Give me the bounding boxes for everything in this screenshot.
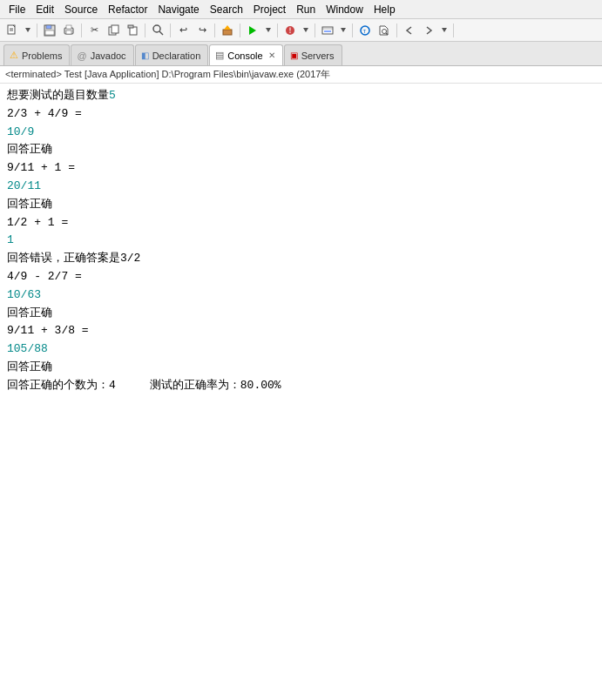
console-line-7: 回答正确 bbox=[7, 196, 595, 214]
console-line-8: 1/2 + 1 = bbox=[7, 214, 595, 232]
console-line-5: 9/11 + 1 = bbox=[7, 159, 595, 178]
toolbar-run-dropdown[interactable] bbox=[263, 22, 274, 39]
toolbar-sep-3 bbox=[145, 24, 145, 37]
toolbar-sep-1 bbox=[37, 24, 37, 37]
toolbar-sep-11 bbox=[453, 24, 454, 37]
console-text-1a: 想要测试的题目数量 bbox=[7, 89, 109, 102]
svg-marker-23 bbox=[303, 28, 308, 32]
toolbar-sep-8 bbox=[315, 24, 315, 37]
menu-file[interactable]: File bbox=[3, 2, 30, 17]
svg-rect-8 bbox=[66, 30, 71, 34]
toolbar-sep-5 bbox=[214, 24, 215, 37]
svg-rect-22 bbox=[290, 31, 291, 33]
tab-problems[interactable]: ⚠ Problems bbox=[3, 44, 70, 65]
menu-refactor[interactable]: Refactor bbox=[103, 2, 152, 17]
toolbar-build-btn[interactable] bbox=[219, 22, 236, 39]
toolbar-search-btn[interactable] bbox=[149, 22, 166, 39]
console-text-4: 回答正确 bbox=[7, 143, 52, 156]
svg-rect-21 bbox=[290, 27, 291, 30]
svg-marker-17 bbox=[224, 25, 231, 30]
console-text-17: 回答正确的个数为：4 测试的正确率为：80.00% bbox=[7, 379, 281, 392]
toolbar-sep-2 bbox=[81, 24, 82, 37]
console-text-3: 10/9 bbox=[7, 125, 34, 138]
toolbar-print-btn[interactable] bbox=[60, 22, 78, 39]
tab-console-close-icon[interactable]: ✕ bbox=[268, 50, 275, 60]
pathbar-text: <terminated> Test [Java Application] D:\… bbox=[5, 69, 330, 79]
toolbar-sep-4 bbox=[170, 24, 171, 37]
console-text-2: 2/3 + 4/9 = bbox=[7, 107, 82, 120]
toolbar-debug-dropdown[interactable] bbox=[301, 22, 311, 39]
tab-console[interactable]: ▤ Console ✕ bbox=[209, 44, 282, 65]
toolbar-copy-btn[interactable] bbox=[105, 22, 122, 39]
toolbar-sep-6 bbox=[240, 24, 240, 37]
toolbar-redo-btn[interactable]: ↪ bbox=[193, 22, 211, 39]
main-container: File Edit Source Refactor Navigate Searc… bbox=[0, 0, 602, 700]
console-text-14: 9/11 + 3/8 = bbox=[7, 324, 89, 337]
svg-rect-26 bbox=[324, 30, 331, 32]
menu-edit[interactable]: Edit bbox=[30, 2, 59, 17]
toolbar-new-btn[interactable] bbox=[3, 22, 21, 39]
console-line-15: 105/88 bbox=[7, 340, 595, 359]
console-line-9: 1 bbox=[7, 232, 595, 250]
toolbar-prev-edit-btn[interactable] bbox=[401, 22, 418, 39]
console-line-4: 回答正确 bbox=[7, 141, 595, 159]
toolbar-save-btn[interactable] bbox=[41, 22, 58, 39]
tab-javadoc[interactable]: @ Javadoc bbox=[71, 44, 133, 65]
toolbar-open-resource-btn[interactable] bbox=[375, 22, 393, 39]
toolbar-nav-dropdown[interactable] bbox=[439, 22, 450, 39]
console-text-9: 1 bbox=[7, 233, 14, 246]
svg-rect-13 bbox=[128, 25, 133, 28]
tab-problems-icon: ⚠ bbox=[10, 50, 18, 61]
toolbar-undo-btn[interactable]: ↩ bbox=[174, 22, 192, 39]
console-text-6: 20/11 bbox=[7, 179, 41, 192]
svg-rect-5 bbox=[46, 25, 51, 29]
toolbar-debug-btn[interactable] bbox=[281, 22, 299, 39]
toolbar-run-btn[interactable] bbox=[244, 22, 261, 39]
toolbar-sep-7 bbox=[277, 24, 278, 37]
svg-rect-6 bbox=[45, 30, 54, 35]
tab-declaration-icon: ◧ bbox=[141, 50, 149, 60]
tab-servers[interactable]: ▣ Servers bbox=[284, 44, 342, 65]
pathbar: <terminated> Test [Java Application] D:\… bbox=[0, 66, 602, 84]
menu-window[interactable]: Window bbox=[321, 2, 369, 17]
toolbar-next-edit-btn[interactable] bbox=[420, 22, 437, 39]
console-text-11: 4/9 - 2/7 = bbox=[7, 270, 82, 283]
svg-marker-19 bbox=[266, 28, 271, 32]
menu-source[interactable]: Source bbox=[59, 2, 103, 17]
console-text-10: 回答错误，正确答案是3/2 bbox=[7, 252, 140, 265]
console-text-13: 回答正确 bbox=[7, 306, 52, 320]
tab-javadoc-label: Javadoc bbox=[91, 50, 126, 61]
svg-marker-32 bbox=[442, 28, 447, 32]
console-text-8: 1/2 + 1 = bbox=[7, 216, 68, 229]
toolbar-cut-btn[interactable]: ✂ bbox=[85, 22, 103, 39]
menubar: File Edit Source Refactor Navigate Searc… bbox=[0, 0, 602, 19]
console-line-17: 回答正确的个数为：4 测试的正确率为：80.00% bbox=[7, 377, 595, 395]
tab-declaration[interactable]: ◧ Declaration bbox=[135, 44, 209, 65]
toolbar-paste-btn[interactable] bbox=[124, 22, 141, 39]
toolbar-external-tools-btn[interactable] bbox=[319, 22, 336, 39]
console-output: 想要测试的题目数量5 2/3 + 4/9 = 10/9 回答正确 9/11 + … bbox=[0, 84, 602, 700]
tab-servers-icon: ▣ bbox=[290, 50, 298, 60]
console-line-14: 9/11 + 3/8 = bbox=[7, 322, 595, 340]
menu-project[interactable]: Project bbox=[248, 2, 291, 17]
menu-navigate[interactable]: Navigate bbox=[152, 2, 204, 17]
toolbar-open-type-btn[interactable]: T bbox=[356, 22, 374, 39]
console-text-12: 10/63 bbox=[7, 288, 41, 301]
tab-console-label: Console bbox=[227, 50, 262, 61]
svg-text:T: T bbox=[363, 29, 367, 34]
console-line-6: 20/11 bbox=[7, 178, 595, 196]
toolbar: ✂ ↩ ↪ bbox=[0, 19, 602, 42]
console-line-10: 回答错误，正确答案是3/2 bbox=[7, 250, 595, 268]
console-text-16: 回答正确 bbox=[7, 360, 52, 374]
menu-run[interactable]: Run bbox=[291, 2, 321, 17]
svg-marker-27 bbox=[341, 28, 346, 32]
svg-rect-16 bbox=[223, 30, 232, 35]
menu-help[interactable]: Help bbox=[369, 2, 401, 17]
toolbar-sep-9 bbox=[352, 24, 353, 37]
console-line-1: 想要测试的题目数量5 bbox=[7, 87, 595, 105]
toolbar-new-dropdown[interactable] bbox=[23, 22, 33, 39]
console-line-2: 2/3 + 4/9 = bbox=[7, 105, 595, 124]
toolbar-external-tools-dropdown[interactable] bbox=[338, 22, 348, 39]
menu-search[interactable]: Search bbox=[205, 2, 248, 17]
console-line-13: 回答正确 bbox=[7, 305, 595, 323]
